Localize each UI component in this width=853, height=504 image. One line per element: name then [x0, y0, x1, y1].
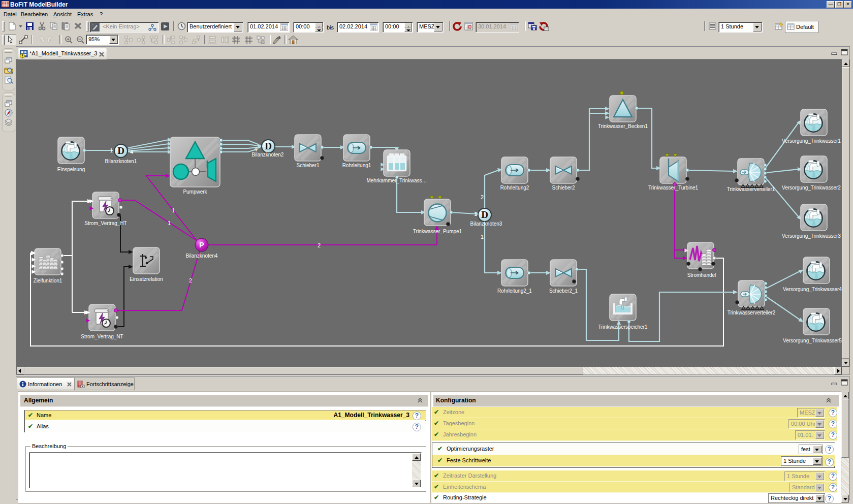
- svg-text:Versorgung_Trinkwasser4: Versorgung_Trinkwasser4: [783, 287, 842, 292]
- svg-text:D: D: [481, 209, 488, 220]
- svg-text:Rohrleitung2: Rohrleitung2: [500, 185, 529, 191]
- svg-text:D: D: [265, 141, 272, 151]
- svg-text:Schieber2_1: Schieber2_1: [549, 288, 578, 294]
- svg-text:Zielfunktion1: Zielfunktion1: [34, 278, 62, 284]
- svg-text:1: 1: [474, 211, 477, 217]
- svg-text:2: 2: [189, 277, 192, 284]
- svg-text:Schieber2: Schieber2: [552, 185, 575, 191]
- svg-text:Versorgung_Trinkwasser5: Versorgung_Trinkwasser5: [783, 338, 842, 343]
- svg-text:Rohrleitung1: Rohrleitung1: [342, 163, 371, 168]
- svg-text:Strom_Vertrag_HT: Strom_Vertrag_HT: [84, 220, 127, 226]
- svg-text:Trinkwasser_Becken1: Trinkwasser_Becken1: [598, 123, 648, 129]
- svg-text:Strom_Vertrag_NT: Strom_Vertrag_NT: [81, 334, 123, 339]
- svg-text:Versorgung_Trinkwasser3: Versorgung_Trinkwasser3: [782, 233, 841, 239]
- svg-text:1: 1: [481, 234, 484, 240]
- svg-text:1: 1: [110, 147, 113, 153]
- svg-text:Bilanzknoten3: Bilanzknoten3: [470, 221, 502, 227]
- svg-text:2: 2: [318, 242, 321, 248]
- svg-text:Bilanzknoten1: Bilanzknoten1: [105, 159, 137, 164]
- svg-text:D: D: [117, 145, 124, 156]
- svg-text:Rohrleitung2_1: Rohrleitung2_1: [497, 288, 532, 294]
- svg-text:Stromhandel: Stromhandel: [687, 272, 716, 278]
- svg-text:Trinkwasser_Pumpe1: Trinkwasser_Pumpe1: [413, 229, 462, 234]
- svg-text:Schieber1: Schieber1: [296, 163, 319, 168]
- svg-text:P: P: [199, 241, 204, 249]
- svg-text:1: 1: [172, 207, 175, 213]
- svg-text:Trinkwasserverteiler2: Trinkwasserverteiler2: [728, 310, 776, 316]
- svg-text:2: 2: [481, 194, 484, 200]
- svg-text:4: 4: [130, 149, 133, 155]
- svg-text:Bilanzknoten2: Bilanzknoten2: [252, 152, 284, 158]
- svg-text:Versorgung_Trinkwasser2: Versorgung_Trinkwasser2: [782, 185, 841, 191]
- svg-text:Pumpwerk: Pumpwerk: [183, 189, 207, 195]
- svg-text:Trinkwasserspeicher1: Trinkwasserspeicher1: [598, 324, 648, 330]
- svg-text:Versorgung_Trinkwasser1: Versorgung_Trinkwasser1: [782, 138, 841, 144]
- svg-text:Bilanzknoten4: Bilanzknoten4: [186, 253, 218, 259]
- svg-text:Einsatzrelation: Einsatzrelation: [130, 276, 163, 282]
- svg-text:Einspeisung: Einspeisung: [57, 167, 85, 172]
- svg-text:1: 1: [168, 220, 171, 226]
